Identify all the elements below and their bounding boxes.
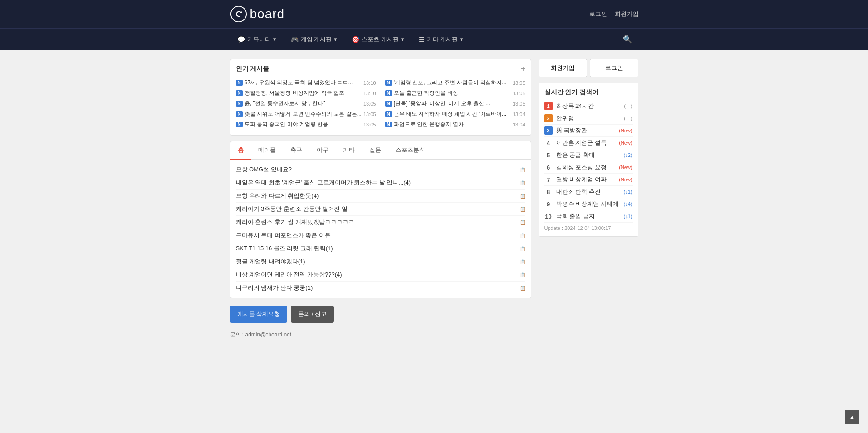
table-row[interactable]: SKT T1 15 16 롤즈 리릿 그래 탄력(1) 📋: [236, 242, 525, 255]
table-row[interactable]: 케리아가 3주동안 훈련소 간동안 벌어진 일 📋: [236, 203, 525, 216]
bottom-section: 게시물 삭제요청 문의 / 신고: [230, 306, 531, 323]
realtime-search-panel: 실시간 인기 검색어 1 최상목 24시간 (—) 2 안귀령 (—) 3 與 …: [539, 83, 638, 237]
table-row[interactable]: 모항 OMG썰 있네요? 📋: [236, 163, 525, 176]
n-badge: N: [385, 80, 392, 86]
tab-etc[interactable]: 기타: [336, 141, 362, 160]
popular-item-time: 13:05: [513, 80, 525, 86]
header-auth: 로그인 회원가입: [589, 10, 638, 18]
list-item[interactable]: N 경찰청장, 서울청장 비상계엄에 적극 협조 13:10: [236, 88, 376, 98]
popular-item-text: 도파 통역 중국인 미야 계엄령 반응: [245, 121, 362, 128]
tab-home[interactable]: 홈: [230, 141, 251, 160]
other-icon: ☰: [419, 36, 425, 43]
search-keyword: 안귀령: [556, 114, 621, 122]
login-button[interactable]: 로그인: [590, 59, 638, 77]
popular-item-time: 13:04: [513, 112, 525, 117]
board-section: 홈 메이플 축구 야구 기타 질문 스포츠분석 모항 OMG썰 있네요? 📋 내…: [230, 141, 531, 298]
nav-label-sports: 스포츠 게시판: [362, 35, 399, 44]
post-icon: 📋: [520, 286, 525, 291]
contact-email: 문의 : admin@cboard.net: [230, 331, 531, 339]
nav-item-sports[interactable]: 🎯 스포츠 게시판 ▾: [344, 29, 412, 50]
search-keyword: 결방 비상계엄 여파: [556, 175, 616, 184]
tab-sports-analysis[interactable]: 스포츠분석: [388, 141, 432, 160]
post-icon: 📋: [520, 194, 525, 199]
n-badge: N: [236, 90, 243, 96]
list-item[interactable]: N 도파 통역 중국인 미야 계엄령 반응 13:05: [236, 119, 376, 130]
post-title: 내일은 역대 최초 '계엄군' 출신 프로게이머가 퇴소하는 날 입니...(4…: [236, 179, 518, 187]
search-change: (New): [619, 165, 632, 170]
post-title: 정글 게엄령 내려야겠다(1): [236, 258, 518, 266]
list-item[interactable]: N 67세, 우원식 의장도 국회 담 넘었었다 ㄷㄷ... 13:10: [236, 78, 376, 88]
table-row[interactable]: 모항 우려와 다르게 취업한듯(4) 📋: [236, 190, 525, 203]
post-title: 구마유시 무대 퍼포먼스가 좋은 이유: [236, 231, 518, 239]
popular-item-time: 13:04: [513, 122, 525, 127]
n-badge: N: [236, 80, 243, 86]
popular-plus-button[interactable]: +: [521, 65, 525, 73]
table-row[interactable]: 비상 계엄이면 케리아 전역 가능함???(4) 📋: [236, 268, 525, 282]
search-rank-item[interactable]: 7 결방 비상계엄 여파 (New): [544, 174, 633, 186]
search-rank-item[interactable]: 2 안귀령 (—): [544, 112, 633, 125]
search-keyword: 박명수 비상계엄 사태에: [556, 200, 620, 208]
list-item[interactable]: N '계엄령 선포, 그리고 주변 사람들이 의심하지... 13:05: [385, 78, 525, 88]
tab-soccer[interactable]: 축구: [283, 141, 309, 160]
post-title: SKT T1 15 16 롤즈 리릿 그래 탄력(1): [236, 244, 518, 253]
table-row[interactable]: 케리아 훈련소 후기 썰 개재밌겠담ㅋㅋㅋㅋㅋ 📋: [236, 216, 525, 229]
rank-badge-5: 5: [544, 151, 553, 159]
inquiry-button[interactable]: 문의 / 신고: [291, 306, 334, 323]
tab-question[interactable]: 질문: [362, 141, 388, 160]
list-item[interactable]: N 파업으로 인한 운행중지 열차 13:04: [385, 119, 525, 130]
search-rank-item[interactable]: 6 김혜성 포스팅 요청 (New): [544, 161, 633, 174]
nav-item-other[interactable]: ☰ 기타 게시판 ▾: [412, 29, 471, 50]
nav-item-community[interactable]: 💬 커뮤니티 ▾: [230, 29, 284, 50]
logo-text: board: [250, 7, 285, 21]
nav-item-game[interactable]: 🎮 게임 게시판 ▾: [284, 29, 345, 50]
search-change: (—): [624, 103, 632, 109]
n-badge: N: [236, 101, 243, 107]
table-row[interactable]: 너구리의 냄새가 난다 쿵쿵(1) 📋: [236, 282, 525, 294]
search-change: (↓2): [624, 152, 633, 158]
divider: [611, 11, 611, 17]
search-change: (New): [619, 128, 632, 133]
search-rank-item[interactable]: 5 한은 공급 확대 (↓2): [544, 149, 633, 161]
search-keyword: 김혜성 포스팅 요청: [556, 163, 616, 171]
list-item[interactable]: N 오늘 출근한 직장인을 비상 13:05: [385, 88, 525, 98]
table-row[interactable]: 내일은 역대 최초 '계엄군' 출신 프로게이머가 퇴소하는 날 입니...(4…: [236, 176, 525, 190]
list-item[interactable]: N 촛불 시위도 어떻게 보면 민주주의의 교본 같은... 13:05: [236, 109, 376, 119]
register-link[interactable]: 회원가입: [615, 10, 638, 18]
popular-item-text: 오늘 출근한 직장인을 비상: [394, 89, 511, 97]
search-rank-item[interactable]: 3 與 국방장관 (New): [544, 125, 633, 137]
search-rank-item[interactable]: 4 이관훈 계엄군 설득 (New): [544, 137, 633, 149]
board-tabs: 홈 메이플 축구 야구 기타 질문 스포츠분석: [230, 141, 531, 160]
n-badge: N: [385, 101, 392, 107]
popular-item-text: '계엄령 선포, 그리고 주변 사람들이 의심하지...: [394, 79, 511, 87]
table-row[interactable]: 정글 게엄령 내려야겠다(1) 📋: [236, 255, 525, 268]
search-rank-item[interactable]: 8 내란죄 탄핵 추진 (↓1): [544, 186, 633, 198]
login-link[interactable]: 로그인: [589, 10, 607, 18]
rank-badge-2: 2: [544, 114, 553, 122]
search-change: (New): [619, 177, 632, 182]
dropdown-icon-community: ▾: [273, 36, 276, 43]
popular-item-time: 13:05: [363, 101, 376, 107]
search-change: (New): [619, 140, 632, 146]
search-rank-item[interactable]: 1 최상목 24시간 (—): [544, 100, 633, 112]
register-button[interactable]: 회원가입: [539, 59, 587, 77]
tab-maple[interactable]: 메이플: [251, 141, 283, 160]
post-title: 케리아 훈련소 후기 썰 개재밌겠담ㅋㅋㅋㅋㅋ: [236, 218, 518, 226]
delete-request-button[interactable]: 게시물 삭제요청: [230, 306, 288, 323]
list-item[interactable]: N [단독] '종암파' 이상민, 어제 오후 울산 ... 13:05: [385, 98, 525, 109]
rank-badge-4: 4: [544, 139, 553, 147]
popular-item-text: 67세, 우원식 의장도 국회 담 넘었었다 ㄷㄷ...: [245, 79, 362, 87]
nav-label-community: 커뮤니티: [247, 35, 271, 44]
search-rank-item[interactable]: 9 박명수 비상계엄 사태에 (↓4): [544, 198, 633, 210]
list-item[interactable]: N 윤, "전일 통수권자로서 당부한다" 13:05: [236, 98, 376, 109]
rank-badge-10: 10: [544, 212, 553, 220]
list-item[interactable]: N 근무 태도 지적하자 매장 폐업 시킨 '아르바이... 13:04: [385, 109, 525, 119]
search-icon[interactable]: 🔍: [617, 29, 638, 50]
table-row[interactable]: 구마유시 무대 퍼포먼스가 좋은 이유 📋: [236, 229, 525, 242]
post-icon: 📋: [520, 272, 525, 277]
community-icon: 💬: [237, 36, 245, 43]
logo[interactable]: board: [230, 5, 285, 23]
n-badge: N: [385, 111, 392, 117]
popular-item-time: 13:05: [513, 91, 525, 96]
tab-baseball[interactable]: 야구: [309, 141, 336, 160]
search-rank-item[interactable]: 10 국회 출입 금지 (↓1): [544, 210, 633, 223]
